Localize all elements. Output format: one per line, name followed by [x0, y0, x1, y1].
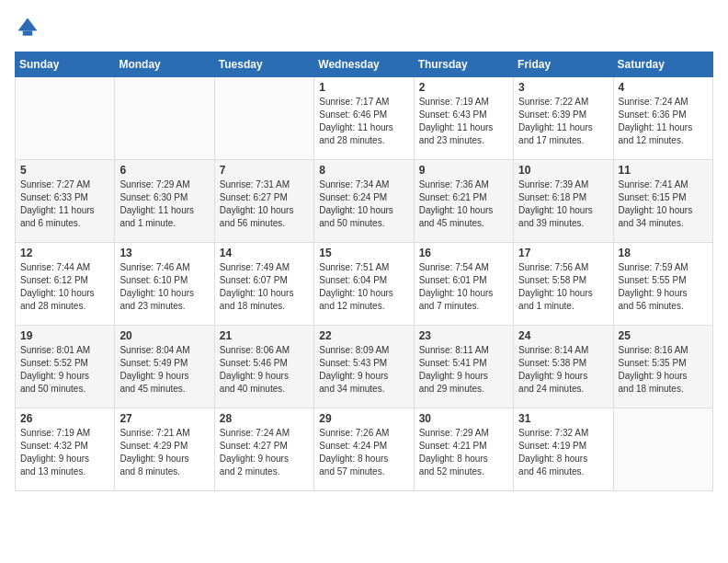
day-info: Sunrise: 7:36 AM Sunset: 6:21 PM Dayligh… — [419, 178, 508, 230]
day-number: 16 — [419, 247, 508, 259]
day-info: Sunrise: 8:14 AM Sunset: 5:38 PM Dayligh… — [518, 344, 608, 396]
day-number: 24 — [518, 329, 608, 342]
day-info: Sunrise: 7:34 AM Sunset: 6:24 PM Dayligh… — [319, 178, 408, 230]
day-number: 15 — [319, 247, 408, 259]
calendar-cell: 7Sunrise: 7:31 AM Sunset: 6:27 PM Daylig… — [214, 160, 313, 243]
day-info: Sunrise: 7:31 AM Sunset: 6:27 PM Dayligh… — [220, 178, 309, 230]
weekday-header-tuesday: Tuesday — [214, 52, 313, 77]
day-info: Sunrise: 7:44 AM Sunset: 6:12 PM Dayligh… — [20, 261, 109, 313]
day-number: 11 — [619, 164, 708, 177]
day-info: Sunrise: 7:39 AM Sunset: 6:18 PM Dayligh… — [518, 178, 608, 230]
day-number: 19 — [20, 329, 109, 342]
calendar-cell: 20Sunrise: 8:04 AM Sunset: 5:49 PM Dayli… — [115, 326, 214, 408]
day-number: 12 — [20, 247, 109, 259]
day-number: 23 — [419, 329, 508, 342]
calendar-week-row: 5Sunrise: 7:27 AM Sunset: 6:33 PM Daylig… — [16, 160, 713, 243]
day-info: Sunrise: 7:46 AM Sunset: 6:10 PM Dayligh… — [119, 261, 209, 313]
weekday-header-wednesday: Wednesday — [314, 52, 414, 77]
day-info: Sunrise: 7:26 AM Sunset: 4:24 PM Dayligh… — [319, 427, 408, 478]
calendar-table: SundayMondayTuesdayWednesdayThursdayFrid… — [15, 52, 713, 491]
day-info: Sunrise: 7:21 AM Sunset: 4:29 PM Dayligh… — [119, 427, 209, 478]
calendar-cell: 14Sunrise: 7:49 AM Sunset: 6:07 PM Dayli… — [214, 243, 313, 326]
day-info: Sunrise: 7:29 AM Sunset: 6:30 PM Dayligh… — [119, 178, 209, 230]
day-number: 4 — [619, 81, 708, 94]
day-number: 3 — [518, 81, 608, 94]
calendar-cell: 25Sunrise: 8:16 AM Sunset: 5:35 PM Dayli… — [613, 326, 712, 408]
calendar-cell: 10Sunrise: 7:39 AM Sunset: 6:18 PM Dayli… — [514, 160, 613, 243]
calendar-cell: 11Sunrise: 7:41 AM Sunset: 6:15 PM Dayli… — [613, 160, 712, 243]
day-number: 7 — [220, 164, 309, 177]
calendar-cell: 19Sunrise: 8:01 AM Sunset: 5:52 PM Dayli… — [16, 326, 115, 408]
calendar-cell — [214, 77, 313, 160]
calendar-cell: 17Sunrise: 7:56 AM Sunset: 5:58 PM Dayli… — [514, 243, 613, 326]
calendar-week-row: 1Sunrise: 7:17 AM Sunset: 6:46 PM Daylig… — [16, 77, 713, 160]
day-info: Sunrise: 7:24 AM Sunset: 6:36 PM Dayligh… — [619, 96, 708, 147]
calendar-week-row: 19Sunrise: 8:01 AM Sunset: 5:52 PM Dayli… — [16, 326, 713, 408]
day-number: 6 — [119, 164, 209, 177]
calendar-cell: 18Sunrise: 7:59 AM Sunset: 5:55 PM Dayli… — [613, 243, 712, 326]
calendar-cell: 9Sunrise: 7:36 AM Sunset: 6:21 PM Daylig… — [414, 160, 513, 243]
calendar-cell: 16Sunrise: 7:54 AM Sunset: 6:01 PM Dayli… — [414, 243, 513, 326]
day-number: 27 — [119, 412, 209, 425]
day-info: Sunrise: 7:17 AM Sunset: 6:46 PM Dayligh… — [319, 96, 408, 147]
calendar-cell: 27Sunrise: 7:21 AM Sunset: 4:29 PM Dayli… — [115, 408, 214, 491]
day-info: Sunrise: 7:56 AM Sunset: 5:58 PM Dayligh… — [518, 261, 608, 313]
day-number: 25 — [619, 329, 708, 342]
calendar-cell: 28Sunrise: 7:24 AM Sunset: 4:27 PM Dayli… — [214, 408, 313, 491]
calendar-cell: 2Sunrise: 7:19 AM Sunset: 6:43 PM Daylig… — [414, 77, 513, 160]
calendar-cell — [115, 77, 214, 160]
day-number: 21 — [220, 329, 309, 342]
weekday-header-friday: Friday — [514, 52, 613, 77]
day-info: Sunrise: 7:19 AM Sunset: 4:32 PM Dayligh… — [20, 427, 109, 478]
logo — [15, 15, 44, 40]
calendar-cell: 22Sunrise: 8:09 AM Sunset: 5:43 PM Dayli… — [314, 326, 414, 408]
calendar-cell — [16, 77, 115, 160]
calendar-cell: 26Sunrise: 7:19 AM Sunset: 4:32 PM Dayli… — [16, 408, 115, 491]
day-info: Sunrise: 8:06 AM Sunset: 5:46 PM Dayligh… — [220, 344, 309, 396]
day-info: Sunrise: 7:51 AM Sunset: 6:04 PM Dayligh… — [319, 261, 408, 313]
day-info: Sunrise: 8:04 AM Sunset: 5:49 PM Dayligh… — [119, 344, 209, 396]
day-info: Sunrise: 8:09 AM Sunset: 5:43 PM Dayligh… — [319, 344, 408, 396]
day-number: 29 — [319, 412, 408, 425]
weekday-header-thursday: Thursday — [414, 52, 513, 77]
day-number: 26 — [20, 412, 109, 425]
calendar-cell: 24Sunrise: 8:14 AM Sunset: 5:38 PM Dayli… — [514, 326, 613, 408]
day-info: Sunrise: 7:54 AM Sunset: 6:01 PM Dayligh… — [419, 261, 508, 313]
calendar-cell: 1Sunrise: 7:17 AM Sunset: 6:46 PM Daylig… — [314, 77, 414, 160]
day-number: 10 — [518, 164, 608, 177]
page-container: SundayMondayTuesdayWednesdayThursdayFrid… — [0, 0, 728, 502]
calendar-cell: 29Sunrise: 7:26 AM Sunset: 4:24 PM Dayli… — [314, 408, 414, 491]
weekday-header-row: SundayMondayTuesdayWednesdayThursdayFrid… — [16, 52, 713, 77]
day-info: Sunrise: 8:11 AM Sunset: 5:41 PM Dayligh… — [419, 344, 508, 396]
calendar-week-row: 26Sunrise: 7:19 AM Sunset: 4:32 PM Dayli… — [16, 408, 713, 491]
day-info: Sunrise: 7:19 AM Sunset: 6:43 PM Dayligh… — [419, 96, 508, 147]
calendar-week-row: 12Sunrise: 7:44 AM Sunset: 6:12 PM Dayli… — [16, 243, 713, 326]
day-number: 22 — [319, 329, 408, 342]
day-info: Sunrise: 7:49 AM Sunset: 6:07 PM Dayligh… — [220, 261, 309, 313]
day-number: 13 — [119, 247, 209, 259]
day-info: Sunrise: 7:32 AM Sunset: 4:19 PM Dayligh… — [518, 427, 608, 478]
day-info: Sunrise: 7:27 AM Sunset: 6:33 PM Dayligh… — [20, 178, 109, 230]
day-number: 9 — [419, 164, 508, 177]
day-info: Sunrise: 7:41 AM Sunset: 6:15 PM Dayligh… — [619, 178, 708, 230]
day-number: 30 — [419, 412, 508, 425]
calendar-cell: 15Sunrise: 7:51 AM Sunset: 6:04 PM Dayli… — [314, 243, 414, 326]
calendar-cell: 5Sunrise: 7:27 AM Sunset: 6:33 PM Daylig… — [16, 160, 115, 243]
calendar-cell: 4Sunrise: 7:24 AM Sunset: 6:36 PM Daylig… — [613, 77, 712, 160]
day-number: 20 — [119, 329, 209, 342]
day-number: 18 — [619, 247, 708, 259]
weekday-header-monday: Monday — [115, 52, 214, 77]
svg-marker-0 — [18, 18, 38, 31]
calendar-cell: 13Sunrise: 7:46 AM Sunset: 6:10 PM Dayli… — [115, 243, 214, 326]
calendar-cell: 12Sunrise: 7:44 AM Sunset: 6:12 PM Dayli… — [16, 243, 115, 326]
day-number: 31 — [518, 412, 608, 425]
day-info: Sunrise: 7:59 AM Sunset: 5:55 PM Dayligh… — [619, 261, 708, 313]
calendar-cell: 21Sunrise: 8:06 AM Sunset: 5:46 PM Dayli… — [214, 326, 313, 408]
day-number: 28 — [220, 412, 309, 425]
calendar-cell: 3Sunrise: 7:22 AM Sunset: 6:39 PM Daylig… — [514, 77, 613, 160]
day-info: Sunrise: 8:16 AM Sunset: 5:35 PM Dayligh… — [619, 344, 708, 396]
day-number: 1 — [319, 81, 408, 94]
calendar-cell: 23Sunrise: 8:11 AM Sunset: 5:41 PM Dayli… — [414, 326, 513, 408]
day-info: Sunrise: 7:29 AM Sunset: 4:21 PM Dayligh… — [419, 427, 508, 478]
day-info: Sunrise: 7:24 AM Sunset: 4:27 PM Dayligh… — [220, 427, 309, 478]
